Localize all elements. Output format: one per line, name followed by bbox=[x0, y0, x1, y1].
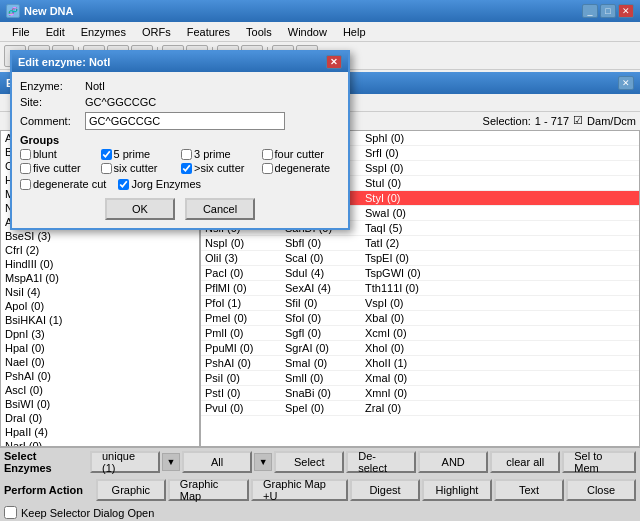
dialog-body: Enzyme: NotI Site: GC^GGCCGC Comment: Gr… bbox=[12, 72, 348, 228]
select-button[interactable]: Select bbox=[274, 451, 344, 473]
checkbox-3prime-label: 3 prime bbox=[194, 148, 231, 160]
graphic-map-u-button[interactable]: Graphic Map +U bbox=[251, 479, 348, 501]
clear-all-button[interactable]: clear all bbox=[490, 451, 560, 473]
table-cell: TspEI (0) bbox=[361, 251, 441, 265]
list-item[interactable]: BsiHKAI (1) bbox=[1, 313, 199, 327]
menu-help[interactable]: Help bbox=[335, 24, 374, 40]
checkbox-six-cutter-input[interactable] bbox=[101, 163, 112, 174]
checkbox-degenerate-cut[interactable]: degenerate cut bbox=[20, 178, 106, 190]
table-row[interactable]: NspI (0) SbfI (0) TatI (2) bbox=[201, 236, 639, 251]
checkbox-degenerate[interactable]: degenerate bbox=[262, 162, 341, 174]
checkbox-five-cutter-input[interactable] bbox=[20, 163, 31, 174]
cancel-button[interactable]: Cancel bbox=[185, 198, 255, 220]
checkbox-four-cutter[interactable]: four cutter bbox=[262, 148, 341, 160]
checkbox-blunt[interactable]: blunt bbox=[20, 148, 99, 160]
perform-action-label: Perform Action bbox=[4, 484, 92, 496]
table-row[interactable]: PpuMI (0) SgrAI (0) XhoI (0) bbox=[201, 341, 639, 356]
and-button[interactable]: AND bbox=[418, 451, 488, 473]
enzyme-selection-controls: ✕ bbox=[618, 76, 634, 90]
list-item[interactable]: CfrI (2) bbox=[1, 243, 199, 257]
list-item[interactable]: HpaI (0) bbox=[1, 341, 199, 355]
checkbox-degenerate-cut-input[interactable] bbox=[20, 179, 31, 190]
dialog-close-button[interactable]: ✕ bbox=[326, 55, 342, 69]
table-cell: SrfI (0) bbox=[361, 146, 441, 160]
menu-bar: File Edit Enzymes ORFs Features Tools Wi… bbox=[0, 22, 640, 42]
dialog-title-text: Edit enzyme: NotI bbox=[18, 56, 110, 68]
table-cell: StuI (0) bbox=[361, 176, 441, 190]
list-item[interactable]: DpnI (3) bbox=[1, 327, 199, 341]
list-item[interactable]: HpaII (4) bbox=[1, 425, 199, 439]
enzyme-sel-close[interactable]: ✕ bbox=[618, 76, 634, 90]
graphic-map-button[interactable]: Graphic Map bbox=[168, 479, 249, 501]
graphic-button[interactable]: Graphic bbox=[96, 479, 166, 501]
unique-button[interactable]: unique (1) bbox=[90, 451, 160, 473]
table-cell: SgrAI (0) bbox=[281, 341, 361, 355]
table-row[interactable]: PmlI (0) SgfI (0) XcmI (0) bbox=[201, 326, 639, 341]
list-item[interactable]: DraI (0) bbox=[1, 411, 199, 425]
checkbox-gt-six-cutter[interactable]: >six cutter bbox=[181, 162, 260, 174]
table-row[interactable]: PmeI (0) SfoI (0) XbaI (0) bbox=[201, 311, 639, 326]
menu-window[interactable]: Window bbox=[280, 24, 335, 40]
list-item[interactable]: MspA1I (0) bbox=[1, 271, 199, 285]
checkbox-four-cutter-input[interactable] bbox=[262, 149, 273, 160]
table-cell: SduI (4) bbox=[281, 266, 361, 280]
checkbox-3prime[interactable]: 3 prime bbox=[181, 148, 260, 160]
list-item[interactable]: AscI (0) bbox=[1, 383, 199, 397]
list-item[interactable]: BsiWI (0) bbox=[1, 397, 199, 411]
list-item[interactable]: NsiI (4) bbox=[1, 285, 199, 299]
minimize-button[interactable]: _ bbox=[582, 4, 598, 18]
checkbox-gt-six-input[interactable] bbox=[181, 163, 192, 174]
menu-enzymes[interactable]: Enzymes bbox=[73, 24, 134, 40]
table-row[interactable]: PfoI (1) SfiI (0) VspI (0) bbox=[201, 296, 639, 311]
checkbox-six-cutter[interactable]: six cutter bbox=[101, 162, 180, 174]
highlight-button[interactable]: Highlight bbox=[422, 479, 492, 501]
table-row[interactable]: OliI (3) ScaI (0) TspEI (0) bbox=[201, 251, 639, 266]
site-label: Site: bbox=[20, 96, 85, 108]
checkbox-jorg[interactable]: Jorg Enzymes bbox=[118, 178, 201, 190]
checkbox-5prime[interactable]: 5 prime bbox=[101, 148, 180, 160]
checkbox-5prime-input[interactable] bbox=[101, 149, 112, 160]
checkbox-degenerate-label: degenerate bbox=[275, 162, 331, 174]
all-arrow[interactable]: ▼ bbox=[254, 453, 272, 471]
close-button[interactable]: ✕ bbox=[618, 4, 634, 18]
table-cell: SexAI (4) bbox=[281, 281, 361, 295]
digest-button[interactable]: Digest bbox=[350, 479, 420, 501]
text-button[interactable]: Text bbox=[494, 479, 564, 501]
checkbox-degenerate-input[interactable] bbox=[262, 163, 273, 174]
list-item[interactable]: NaeI (0) bbox=[1, 355, 199, 369]
menu-edit[interactable]: Edit bbox=[38, 24, 73, 40]
all-button[interactable]: All bbox=[182, 451, 252, 473]
table-row[interactable]: PshAI (0) SmaI (0) XhoII (1) bbox=[201, 356, 639, 371]
deselect-button[interactable]: De-select bbox=[346, 451, 416, 473]
sel-to-mem-button[interactable]: Sel to Mem bbox=[562, 451, 636, 473]
list-item[interactable]: PshAI (0) bbox=[1, 369, 199, 383]
table-row[interactable]: PstI (0) SnaBi (0) XmnI (0) bbox=[201, 386, 639, 401]
table-row[interactable]: PsiI (0) SmlI (0) XmaI (0) bbox=[201, 371, 639, 386]
checkbox-blunt-input[interactable] bbox=[20, 149, 31, 160]
checkbox-3prime-input[interactable] bbox=[181, 149, 192, 160]
checkbox-jorg-input[interactable] bbox=[118, 179, 129, 190]
table-cell: StyI (0) bbox=[361, 191, 441, 205]
unique-arrow[interactable]: ▼ bbox=[162, 453, 180, 471]
checkbox-five-cutter[interactable]: five cutter bbox=[20, 162, 99, 174]
ok-button[interactable]: OK bbox=[105, 198, 175, 220]
title-controls: _ □ ✕ bbox=[582, 4, 634, 18]
menu-tools[interactable]: Tools bbox=[238, 24, 280, 40]
maximize-button[interactable]: □ bbox=[600, 4, 616, 18]
select-enzymes-label: Select Enzymes bbox=[4, 450, 86, 474]
keep-open-checkbox[interactable] bbox=[4, 506, 17, 519]
table-row[interactable]: PflMI (0) SexAI (4) Tth111I (0) bbox=[201, 281, 639, 296]
menu-features[interactable]: Features bbox=[179, 24, 238, 40]
table-row[interactable]: PvuI (0) SpeI (0) ZraI (0) bbox=[201, 401, 639, 416]
list-item[interactable]: HindIII (0) bbox=[1, 257, 199, 271]
menu-file[interactable]: File bbox=[4, 24, 38, 40]
list-item[interactable]: BseSI (3) bbox=[1, 229, 199, 243]
table-row[interactable]: PacI (0) SduI (4) TspGWI (0) bbox=[201, 266, 639, 281]
table-cell: PacI (0) bbox=[201, 266, 281, 280]
main-window: 🧬 New DNA _ □ ✕ File Edit Enzymes ORFs F… bbox=[0, 0, 640, 521]
table-cell: PstI (0) bbox=[201, 386, 281, 400]
close-button[interactable]: Close bbox=[566, 479, 636, 501]
list-item[interactable]: ApoI (0) bbox=[1, 299, 199, 313]
menu-orfs[interactable]: ORFs bbox=[134, 24, 179, 40]
comment-input[interactable] bbox=[85, 112, 285, 130]
